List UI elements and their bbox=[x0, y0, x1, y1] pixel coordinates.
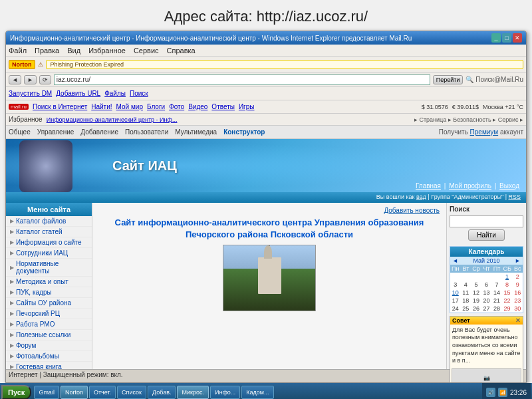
cal-cell[interactable]: 11 bbox=[461, 289, 471, 297]
add-url-link[interactable]: Добавить URL bbox=[56, 90, 100, 97]
cal-cell[interactable]: 8 bbox=[502, 281, 513, 289]
cal-cell[interactable]: 27 bbox=[481, 305, 492, 313]
minimize-button[interactable]: _ bbox=[491, 33, 501, 43]
cal-cell[interactable]: 19 bbox=[471, 297, 481, 305]
cal-cell[interactable]: 15 bbox=[502, 289, 513, 297]
taskbar-item-kadom[interactable]: Кадом... bbox=[241, 386, 273, 399]
maximize-button[interactable]: □ bbox=[502, 33, 511, 43]
cal-cell[interactable]: 24 bbox=[450, 305, 461, 313]
cal-cell[interactable]: 7 bbox=[491, 281, 502, 289]
sidebar-item-2[interactable]: ▶ Информация о сайте bbox=[6, 237, 92, 248]
cal-cell[interactable]: 13 bbox=[481, 289, 492, 297]
video-link[interactable]: Видео bbox=[188, 103, 207, 110]
sidebar-item-12[interactable]: ▶ Фотоальбомы bbox=[6, 351, 92, 362]
myworld-link[interactable]: Мой мир bbox=[116, 103, 143, 110]
cal-cell[interactable]: 14 bbox=[491, 289, 502, 297]
nav-profile-link[interactable]: Мой профиль bbox=[449, 182, 491, 190]
search-internet-link[interactable]: Поиск в Интернет bbox=[33, 103, 87, 110]
search-link[interactable]: Поиск bbox=[130, 90, 148, 97]
sidebar-item-8[interactable]: ▶ Печорский РЦ bbox=[6, 309, 92, 319]
taskbar-item-norton[interactable]: Norton bbox=[61, 386, 88, 399]
taskbar-item-report[interactable]: Отчет. bbox=[89, 386, 116, 399]
search-button[interactable]: Найти bbox=[468, 229, 505, 241]
back-button[interactable]: ◄ bbox=[9, 75, 21, 84]
address-input[interactable] bbox=[54, 74, 430, 85]
taskbar-item-info[interactable]: Инфо... bbox=[210, 386, 240, 399]
close-button[interactable]: ✕ bbox=[513, 33, 522, 43]
cal-cell[interactable]: 25 bbox=[461, 305, 471, 313]
find-btn[interactable]: Найти! bbox=[91, 103, 112, 110]
blogs-link[interactable]: Блоги bbox=[147, 103, 165, 110]
taskbar-item-list[interactable]: Список bbox=[117, 386, 146, 399]
refresh-button[interactable]: ⟳ bbox=[39, 75, 51, 84]
games-link[interactable]: Игры bbox=[239, 103, 255, 110]
search-input[interactable] bbox=[450, 215, 523, 227]
cal-cell[interactable]: 28 bbox=[491, 305, 502, 313]
cal-cell[interactable] bbox=[471, 273, 481, 281]
cal-cell[interactable]: 26 bbox=[471, 305, 481, 313]
cal-cell[interactable]: 18 bbox=[461, 297, 471, 305]
cal-cell[interactable]: 10 bbox=[450, 289, 461, 297]
menu-file[interactable]: Файл bbox=[9, 47, 27, 55]
cal-cell[interactable]: 30 bbox=[512, 305, 523, 313]
cal-cell[interactable]: 23 bbox=[512, 297, 523, 305]
calendar-prev[interactable]: ◄ bbox=[452, 257, 458, 264]
answers-link[interactable]: Ответы bbox=[211, 103, 235, 110]
launch-dm-link[interactable]: Запустить DM bbox=[9, 90, 52, 97]
nav-exit-link[interactable]: Выход bbox=[499, 182, 519, 190]
favorites-info-site[interactable]: Информационно-аналитический центр - Инф.… bbox=[47, 116, 178, 123]
cms-item-general[interactable]: Общее bbox=[9, 128, 31, 136]
cal-cell[interactable] bbox=[491, 273, 502, 281]
cal-cell[interactable]: 16 bbox=[512, 289, 523, 297]
sidebar-item-6[interactable]: ▶ ПУК, кадры bbox=[6, 287, 92, 298]
menu-help[interactable]: Справка bbox=[167, 47, 196, 55]
sidebar-item-7[interactable]: ▶ Сайты ОУ района bbox=[6, 298, 92, 309]
cal-cell[interactable]: 29 bbox=[502, 305, 513, 313]
cms-item-management[interactable]: Управление bbox=[37, 128, 74, 136]
cal-cell[interactable]: 21 bbox=[491, 297, 502, 305]
cal-cell[interactable] bbox=[481, 273, 492, 281]
add-news-link[interactable]: Добавить новость bbox=[99, 207, 440, 214]
cal-cell[interactable]: 22 bbox=[502, 297, 513, 305]
cal-cell[interactable]: 4 bbox=[461, 281, 471, 289]
sidebar-item-10[interactable]: ▶ Полезные ссылки bbox=[6, 330, 92, 340]
cms-item-multimedia[interactable]: Мультимедиа bbox=[175, 128, 217, 136]
photo-link[interactable]: Фото bbox=[169, 103, 184, 110]
cms-item-users[interactable]: Пользователи bbox=[125, 128, 168, 136]
cms-item-add[interactable]: Добавление bbox=[80, 128, 118, 136]
menu-favorites[interactable]: Избранное bbox=[88, 47, 126, 55]
cms-item-constructor[interactable]: Конструктор bbox=[223, 128, 265, 136]
taskbar-item-microsoft[interactable]: Микрос. bbox=[177, 386, 208, 399]
cal-cell[interactable]: 3 bbox=[450, 281, 461, 289]
files-link[interactable]: Файлы bbox=[104, 90, 126, 97]
menu-view[interactable]: Вид bbox=[67, 47, 80, 55]
cal-cell[interactable] bbox=[461, 273, 471, 281]
forward-button[interactable]: ► bbox=[24, 75, 37, 84]
cal-cell[interactable]: 5 bbox=[471, 281, 481, 289]
sidebar-item-3[interactable]: ▶ Сотрудники ИАЦ bbox=[6, 248, 92, 259]
premium-link[interactable]: Премиум bbox=[470, 128, 499, 136]
sidebar-item-1[interactable]: ▶ Каталог статей bbox=[6, 227, 92, 237]
cal-cell[interactable]: 9 bbox=[512, 281, 523, 289]
cal-cell[interactable]: 17 bbox=[450, 297, 461, 305]
cal-cell[interactable] bbox=[450, 273, 461, 281]
start-button[interactable]: Пуск bbox=[1, 385, 31, 399]
sidebar-item-4[interactable]: ▶ Нормативные документы bbox=[6, 259, 92, 277]
cal-cell[interactable]: 2 bbox=[512, 273, 523, 281]
calendar-next[interactable]: ► bbox=[515, 257, 521, 264]
menu-tools[interactable]: Сервис bbox=[134, 47, 159, 55]
sidebar-item-5[interactable]: ▶ Методика и опыт bbox=[6, 277, 92, 287]
tip-close-button[interactable]: ✕ bbox=[515, 317, 521, 324]
nav-main-link[interactable]: Главная bbox=[416, 182, 441, 190]
cal-cell[interactable]: 12 bbox=[471, 289, 481, 297]
menu-edit[interactable]: Правка bbox=[35, 47, 59, 55]
cal-cell[interactable]: 6 bbox=[481, 281, 492, 289]
sidebar-item-9[interactable]: ▶ Работа РМО bbox=[6, 319, 92, 330]
sidebar-item-0[interactable]: ▶ Каталог файлов bbox=[6, 216, 92, 227]
taskbar-item-gmail[interactable]: Gmail bbox=[34, 386, 59, 399]
go-button[interactable]: Перейти bbox=[433, 75, 464, 84]
cal-cell[interactable]: 20 bbox=[481, 297, 492, 305]
sidebar-item-11[interactable]: ▶ Форум bbox=[6, 340, 92, 351]
taskbar-item-add[interactable]: Добав. bbox=[148, 386, 176, 399]
cal-cell[interactable]: 1 bbox=[502, 273, 513, 281]
